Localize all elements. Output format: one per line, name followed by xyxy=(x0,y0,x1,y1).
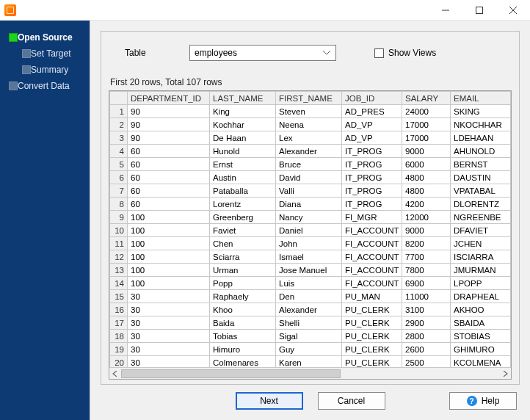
cell-first_name[interactable]: Lex xyxy=(276,131,342,145)
cell-last_name[interactable]: Colmenares xyxy=(210,356,276,368)
cell-job_id[interactable]: PU_CLERK xyxy=(342,303,402,316)
cell-last_name[interactable]: Tobias xyxy=(210,330,276,343)
table-row[interactable]: 190KingStevenAD_PRES24000SKING xyxy=(110,105,511,118)
cell-salary[interactable]: 24000 xyxy=(402,105,451,118)
cell-first_name[interactable]: Alexander xyxy=(276,145,342,158)
table-row[interactable]: 13100UrmanJose ManuelFI_ACCOUNT7800JMURM… xyxy=(110,264,511,277)
cell-salary[interactable]: 7700 xyxy=(402,250,451,264)
sidebar-item-set-target[interactable]: Set Target xyxy=(18,46,85,62)
cell-job_id[interactable]: FI_ACCOUNT xyxy=(342,277,402,290)
horizontal-scrollbar[interactable] xyxy=(109,367,511,379)
cell-email[interactable]: LPOPP xyxy=(451,277,511,290)
table-row[interactable]: 290KochharNeenaAD_VP17000NKOCHHAR xyxy=(110,118,511,131)
table-row[interactable]: 1730BaidaShelliPU_CLERK2900SBAIDA xyxy=(110,316,511,330)
cell-department_id[interactable]: 100 xyxy=(128,277,210,290)
cell-department_id[interactable]: 30 xyxy=(128,343,210,356)
cell-job_id[interactable]: IT_PROG xyxy=(342,198,402,211)
cell-job_id[interactable]: IT_PROG xyxy=(342,145,402,158)
cell-salary[interactable]: 17000 xyxy=(402,131,451,145)
cell-salary[interactable]: 4200 xyxy=(402,198,451,211)
cell-last_name[interactable]: Popp xyxy=(210,277,276,290)
cell-department_id[interactable]: 100 xyxy=(128,211,210,224)
cell-department_id[interactable]: 60 xyxy=(128,145,210,158)
sidebar-item-convert-data[interactable]: Convert Data xyxy=(4,78,85,94)
cell-department_id[interactable]: 30 xyxy=(128,303,210,316)
cell-first_name[interactable]: Bruce xyxy=(276,158,342,171)
cell-first_name[interactable]: Sigal xyxy=(276,330,342,343)
cell-job_id[interactable]: AD_PRES xyxy=(342,105,402,118)
cell-first_name[interactable]: Daniel xyxy=(276,224,342,237)
cell-last_name[interactable]: Baida xyxy=(210,316,276,330)
table-row[interactable]: 14100PoppLuisFI_ACCOUNT6900LPOPP xyxy=(110,277,511,290)
cell-salary[interactable]: 2900 xyxy=(402,316,451,330)
column-header-salary[interactable]: SALARY xyxy=(402,92,451,105)
cell-department_id[interactable]: 60 xyxy=(128,198,210,211)
table-row[interactable]: 760PataballaValliIT_PROG4800VPATABAL xyxy=(110,184,511,198)
cell-salary[interactable]: 4800 xyxy=(402,171,451,184)
cell-department_id[interactable]: 100 xyxy=(128,250,210,264)
cell-last_name[interactable]: King xyxy=(210,105,276,118)
cell-salary[interactable]: 4800 xyxy=(402,184,451,198)
maximize-button[interactable] xyxy=(462,0,496,21)
cell-email[interactable]: DAUSTIN xyxy=(451,171,511,184)
column-header-last_name[interactable]: LAST_NAME xyxy=(210,92,276,105)
cell-department_id[interactable]: 100 xyxy=(128,237,210,250)
cell-salary[interactable]: 2500 xyxy=(402,356,451,368)
cancel-button[interactable]: Cancel xyxy=(318,392,385,410)
cell-salary[interactable]: 2600 xyxy=(402,343,451,356)
cell-department_id[interactable]: 30 xyxy=(128,290,210,303)
column-header-email[interactable]: EMAIL xyxy=(451,92,511,105)
help-button[interactable]: ? Help xyxy=(449,392,517,410)
sidebar-item-open-source[interactable]: Open Source xyxy=(4,29,85,46)
cell-last_name[interactable]: De Haan xyxy=(210,131,276,145)
cell-email[interactable]: ISCIARRA xyxy=(451,250,511,264)
cell-department_id[interactable]: 60 xyxy=(128,158,210,171)
cell-email[interactable]: AHUNOLD xyxy=(451,145,511,158)
cell-department_id[interactable]: 100 xyxy=(128,264,210,277)
column-header-job_id[interactable]: JOB_ID xyxy=(342,92,402,105)
show-views-checkbox[interactable]: Show Views xyxy=(374,48,436,58)
cell-first_name[interactable]: Alexander xyxy=(276,303,342,316)
scroll-right-icon[interactable] xyxy=(499,368,511,380)
cell-job_id[interactable]: FI_ACCOUNT xyxy=(342,237,402,250)
column-header-department_id[interactable]: DEPARTMENT_ID xyxy=(128,92,210,105)
table-row[interactable]: 9100GreenbergNancyFI_MGR12000NGREENBE xyxy=(110,211,511,224)
table-row[interactable]: 660AustinDavidIT_PROG4800DAUSTIN xyxy=(110,171,511,184)
cell-department_id[interactable]: 30 xyxy=(128,356,210,368)
cell-department_id[interactable]: 30 xyxy=(128,330,210,343)
cell-email[interactable]: DFAVIET xyxy=(451,224,511,237)
table-row[interactable]: 12100SciarraIsmaelFI_ACCOUNT7700ISCIARRA xyxy=(110,250,511,264)
cell-salary[interactable]: 6000 xyxy=(402,158,451,171)
cell-email[interactable]: BERNST xyxy=(451,158,511,171)
cell-email[interactable]: VPATABAL xyxy=(451,184,511,198)
cell-job_id[interactable]: PU_CLERK xyxy=(342,343,402,356)
cell-job_id[interactable]: PU_CLERK xyxy=(342,316,402,330)
cell-last_name[interactable]: Faviet xyxy=(210,224,276,237)
cell-last_name[interactable]: Pataballa xyxy=(210,184,276,198)
cell-last_name[interactable]: Himuro xyxy=(210,343,276,356)
cell-salary[interactable]: 9000 xyxy=(402,224,451,237)
cell-job_id[interactable]: FI_ACCOUNT xyxy=(342,250,402,264)
cell-last_name[interactable]: Austin xyxy=(210,171,276,184)
cell-first_name[interactable]: Jose Manuel xyxy=(276,264,342,277)
table-row[interactable]: 860LorentzDianaIT_PROG4200DLORENTZ xyxy=(110,198,511,211)
table-row[interactable]: 1830TobiasSigalPU_CLERK2800STOBIAS xyxy=(110,330,511,343)
cell-salary[interactable]: 17000 xyxy=(402,118,451,131)
cell-job_id[interactable]: FI_ACCOUNT xyxy=(342,224,402,237)
cell-first_name[interactable]: Den xyxy=(276,290,342,303)
cell-job_id[interactable]: FI_ACCOUNT xyxy=(342,264,402,277)
cell-department_id[interactable]: 90 xyxy=(128,105,210,118)
cell-last_name[interactable]: Chen xyxy=(210,237,276,250)
cell-salary[interactable]: 3100 xyxy=(402,303,451,316)
cell-first_name[interactable]: Ismael xyxy=(276,250,342,264)
cell-job_id[interactable]: AD_VP xyxy=(342,131,402,145)
cell-last_name[interactable]: Kochhar xyxy=(210,118,276,131)
table-row[interactable]: 1530RaphaelyDenPU_MAN11000DRAPHEAL xyxy=(110,290,511,303)
cell-salary[interactable]: 11000 xyxy=(402,290,451,303)
cell-first_name[interactable]: Shelli xyxy=(276,316,342,330)
minimize-button[interactable] xyxy=(429,0,462,21)
cell-department_id[interactable]: 100 xyxy=(128,224,210,237)
table-row[interactable]: 2030ColmenaresKarenPU_CLERK2500KCOLMENA xyxy=(110,356,511,368)
close-button[interactable] xyxy=(496,0,530,21)
cell-email[interactable]: SKING xyxy=(451,105,511,118)
